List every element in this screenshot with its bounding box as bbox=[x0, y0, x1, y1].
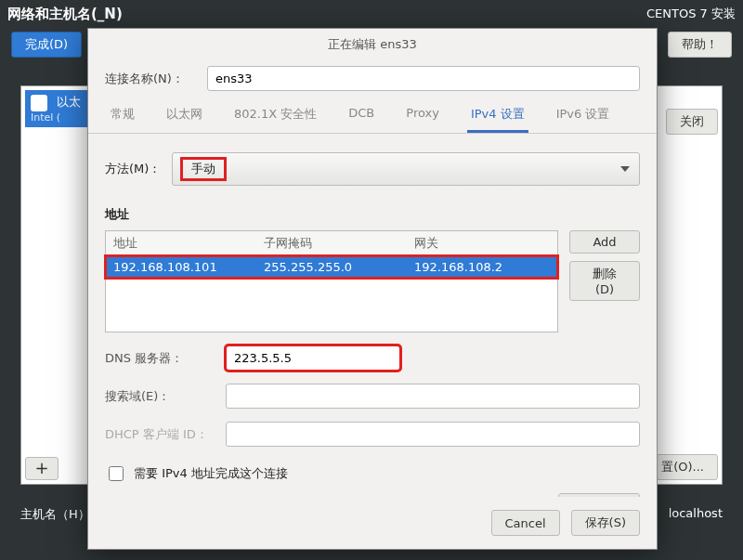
require-ipv4-checkbox[interactable] bbox=[109, 466, 124, 481]
add-address-button[interactable]: Add bbox=[569, 230, 640, 254]
tab-proxy[interactable]: Proxy bbox=[402, 97, 443, 133]
help-button[interactable]: 帮助！ bbox=[668, 32, 732, 58]
tab-bar: 常规 以太网 802.1X 安全性 DCB Proxy IPv4 设置 IPv6… bbox=[88, 97, 657, 134]
dns-label: DNS 服务器： bbox=[105, 350, 216, 367]
require-ipv4-row: 需要 IPv4 地址完成这个连接 bbox=[105, 463, 640, 484]
dialog-title: 正在编辑 ens33 bbox=[88, 29, 657, 60]
cell-gateway: 192.168.108.2 bbox=[407, 256, 557, 278]
method-value: 手动 bbox=[182, 159, 225, 179]
dns-input[interactable] bbox=[226, 345, 400, 371]
add-device-button[interactable]: + bbox=[25, 457, 59, 480]
configure-button[interactable]: 置(O)... bbox=[647, 454, 718, 480]
tab-dcb[interactable]: DCB bbox=[345, 97, 378, 133]
dhcp-client-id-label: DHCP 客户端 ID： bbox=[105, 426, 216, 443]
tab-general[interactable]: 常规 bbox=[107, 97, 138, 133]
connection-name-row: 连接名称(N)： bbox=[88, 60, 657, 97]
dhcp-client-id-row: DHCP 客户端 ID： bbox=[105, 422, 640, 447]
col-address: 地址 bbox=[106, 231, 256, 255]
dhcp-client-id-input bbox=[226, 422, 640, 447]
col-gateway: 网关 bbox=[407, 231, 557, 255]
installer-name: CENTOS 7 安装 bbox=[646, 6, 736, 22]
tab-ipv6[interactable]: IPv6 设置 bbox=[553, 97, 614, 133]
connection-name-input[interactable] bbox=[207, 66, 640, 91]
address-section-label: 地址 bbox=[105, 206, 640, 223]
device-card[interactable]: 以太 Intel ( bbox=[25, 90, 90, 127]
delete-address-button[interactable]: 删除(D) bbox=[569, 261, 640, 301]
tab-ethernet[interactable]: 以太网 bbox=[163, 97, 206, 133]
require-ipv4-label: 需要 IPv4 地址完成这个连接 bbox=[134, 465, 288, 482]
cell-address: 192.168.108.101 bbox=[106, 256, 256, 278]
address-table[interactable]: 地址 子网掩码 网关 192.168.108.101 255.255.255.0… bbox=[105, 230, 558, 332]
device-vendor: Intel ( bbox=[31, 111, 85, 124]
tab-8021x[interactable]: 802.1X 安全性 bbox=[230, 97, 320, 133]
connection-name-label: 连接名称(N)： bbox=[105, 71, 198, 87]
ipv4-settings-pane: 方法(M)： 手动 地址 地址 子网掩码 网关 192.168.108.101 … bbox=[88, 134, 657, 497]
cell-netmask: 255.255.255.0 bbox=[256, 256, 407, 278]
method-row: 方法(M)： 手动 bbox=[105, 149, 640, 202]
save-button[interactable]: 保存(S) bbox=[571, 510, 640, 536]
ethernet-icon bbox=[31, 95, 47, 111]
installer-topbar: 网络和主机名(_N) CENTOS 7 安装 bbox=[0, 0, 743, 28]
hostname-value: localhost bbox=[669, 506, 723, 523]
cancel-button[interactable]: Cancel bbox=[491, 510, 560, 536]
switch-close-button[interactable]: 关闭 bbox=[666, 109, 718, 135]
col-netmask: 子网掩码 bbox=[256, 231, 407, 255]
search-domain-input[interactable] bbox=[226, 384, 640, 409]
screen-title: 网络和主机名(_N) bbox=[7, 6, 123, 23]
address-wrapper: 地址 子网掩码 网关 192.168.108.101 255.255.255.0… bbox=[105, 230, 640, 332]
hostname-label: 主机名（H） bbox=[20, 506, 90, 523]
address-row[interactable]: 192.168.108.101 255.255.255.0 192.168.10… bbox=[106, 256, 557, 278]
method-dropdown[interactable]: 手动 bbox=[172, 152, 640, 186]
search-domain-label: 搜索域(E)： bbox=[105, 388, 216, 405]
method-label: 方法(M)： bbox=[105, 161, 161, 177]
done-button[interactable]: 完成(D) bbox=[11, 32, 82, 58]
tab-ipv4[interactable]: IPv4 设置 bbox=[467, 97, 528, 133]
dialog-footer: Cancel 保存(S) bbox=[88, 497, 657, 549]
address-header: 地址 子网掩码 网关 bbox=[106, 231, 557, 256]
edit-connection-dialog: 正在编辑 ens33 连接名称(N)： 常规 以太网 802.1X 安全性 DC… bbox=[87, 28, 658, 550]
chevron-down-icon bbox=[620, 166, 630, 172]
dns-row: DNS 服务器： bbox=[105, 345, 640, 371]
search-domain-row: 搜索域(E)： bbox=[105, 384, 640, 409]
address-buttons: Add 删除(D) bbox=[569, 230, 640, 301]
device-label: 以太 bbox=[57, 95, 81, 109]
